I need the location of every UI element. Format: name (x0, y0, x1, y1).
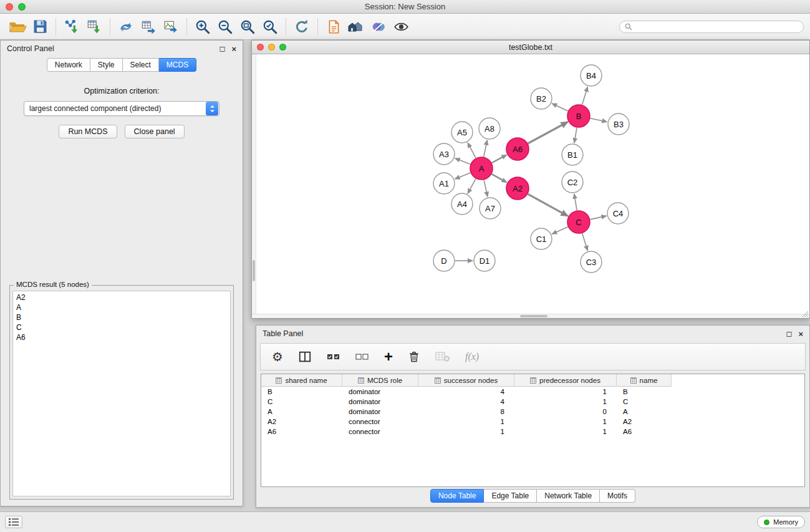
graph-node-A[interactable]: A (470, 157, 493, 180)
table-row[interactable]: A6connector11A6 (261, 427, 804, 437)
graph-node-D1[interactable]: D1 (474, 250, 495, 271)
mcds-result-item[interactable]: A6 (13, 332, 230, 342)
edge-A2-C[interactable] (528, 194, 568, 216)
graph-node-B4[interactable]: B4 (581, 65, 602, 86)
column-header-successor-nodes[interactable]: successor nodes (418, 374, 514, 387)
run-mcds-button[interactable]: Run MCDS (59, 125, 117, 138)
tab-style[interactable]: Style (90, 58, 123, 72)
mcds-result-item[interactable]: B (13, 312, 230, 322)
graph-node-C1[interactable]: C1 (531, 228, 552, 249)
table-row[interactable]: Bdominator41B (261, 387, 804, 397)
export-image-button[interactable] (160, 16, 182, 37)
open-session-button[interactable] (6, 16, 29, 37)
memory-button[interactable]: Memory (757, 516, 805, 528)
scrollbar-thumb[interactable] (253, 260, 255, 281)
delete-column-button[interactable] (408, 350, 420, 364)
network-document-button[interactable] (322, 16, 345, 37)
zoom-fit-button[interactable] (236, 16, 259, 37)
graph-node-A6[interactable]: A6 (506, 138, 529, 160)
table-tab-node-table[interactable]: Node Table (430, 489, 485, 503)
edge-C-C1[interactable] (552, 227, 567, 234)
mcds-result-list[interactable]: A2ABCA6 (12, 291, 231, 496)
scrollbar-thumb[interactable] (520, 315, 547, 317)
close-panel-icon[interactable]: × (231, 45, 236, 53)
edge-A-A4[interactable] (468, 179, 476, 194)
mcds-result-item[interactable]: C (13, 322, 230, 332)
zoom-selected-button[interactable] (259, 16, 281, 37)
table-row[interactable]: Cdominator41C (261, 397, 804, 407)
column-header-name[interactable]: name (617, 374, 672, 387)
edge-B-B3[interactable] (591, 118, 607, 122)
edge-A-A6[interactable] (492, 155, 507, 163)
close-panel-icon[interactable]: × (798, 330, 803, 338)
network-vertical-scrollbar[interactable] (252, 54, 256, 318)
edge-A-A3[interactable] (455, 158, 471, 164)
home-button[interactable] (345, 16, 367, 37)
graph-node-B2[interactable]: B2 (531, 88, 552, 109)
table-tab-motifs[interactable]: Motifs (600, 489, 635, 503)
float-panel-icon[interactable]: ◻ (219, 45, 225, 52)
column-header-MCDS-role[interactable]: MCDS role (342, 374, 418, 387)
add-column-button[interactable]: + (384, 351, 393, 363)
graph-node-A1[interactable]: A1 (433, 173, 455, 194)
edge-B-B2[interactable] (552, 104, 568, 111)
edge-A6-B[interactable] (528, 122, 568, 144)
tab-mcds[interactable]: MCDS (159, 58, 196, 72)
graph-node-C3[interactable]: C3 (581, 251, 602, 273)
graph-node-A7[interactable]: A7 (480, 198, 501, 219)
refresh-button[interactable] (291, 16, 313, 37)
panel-list-button[interactable] (5, 516, 22, 528)
edge-A-A2[interactable] (492, 174, 507, 182)
network-zoom-button[interactable] (279, 44, 286, 51)
toolbar-search[interactable] (619, 21, 804, 33)
close-panel-button[interactable]: Close panel (125, 125, 185, 138)
mcds-result-item[interactable]: A2 (13, 293, 230, 302)
graph-node-B1[interactable]: B1 (562, 144, 583, 165)
table-tab-network-table[interactable]: Network Table (537, 489, 600, 503)
save-session-button[interactable] (29, 16, 51, 37)
delete-table-button[interactable] (435, 351, 450, 362)
float-panel-icon[interactable]: ◻ (786, 330, 792, 337)
table-tab-edge-table[interactable]: Edge Table (484, 489, 537, 503)
tab-network[interactable]: Network (47, 58, 90, 72)
deselect-all-button[interactable] (355, 352, 369, 361)
select-all-button[interactable] (327, 352, 340, 361)
criterion-dropdown[interactable]: largest connected component (directed) (24, 101, 219, 116)
zoom-in-button[interactable] (191, 16, 214, 37)
graph-node-C4[interactable]: C4 (607, 203, 629, 224)
mcds-result-item[interactable]: A (13, 302, 230, 312)
edge-C-C2[interactable] (574, 194, 577, 210)
graph-node-B[interactable]: B (567, 105, 590, 127)
graph-node-B3[interactable]: B3 (608, 114, 629, 135)
tab-select[interactable]: Select (123, 58, 159, 72)
table-row[interactable]: Adominator80A (261, 407, 804, 417)
graph-node-A8[interactable]: A8 (479, 118, 500, 139)
column-header-shared-name[interactable]: shared name (261, 374, 342, 387)
edge-C-C3[interactable] (582, 233, 588, 251)
apply-style-button[interactable] (367, 16, 390, 37)
network-canvas[interactable]: B4B2BB3A8A5A6A3B1AA1C2A2A4A7C4CC1C3DD1 (252, 54, 809, 318)
zoom-out-button[interactable] (214, 16, 236, 37)
edge-A-A8[interactable] (484, 140, 487, 157)
show-hide-button[interactable] (390, 16, 412, 37)
function-builder-button[interactable]: f(x) (465, 351, 479, 362)
show-columns-button[interactable] (298, 350, 312, 364)
zoom-window-button[interactable] (18, 3, 26, 11)
edge-A-A7[interactable] (484, 180, 488, 197)
close-window-button[interactable] (6, 3, 13, 11)
edge-B-B1[interactable] (574, 128, 577, 143)
graph-node-A5[interactable]: A5 (451, 122, 473, 143)
graph-node-D[interactable]: D (433, 250, 455, 271)
edge-A-A1[interactable] (455, 173, 471, 179)
resize-grip[interactable] (801, 310, 809, 317)
table-settings-button[interactable]: ⚙ (272, 349, 283, 364)
network-horizontal-scrollbar[interactable] (252, 314, 809, 318)
edge-B-B4[interactable] (582, 87, 588, 105)
graph-node-A4[interactable]: A4 (451, 193, 473, 215)
graph-node-C2[interactable]: C2 (562, 172, 583, 193)
search-input[interactable] (635, 22, 798, 31)
graph-node-A3[interactable]: A3 (433, 143, 455, 165)
export-network-button[interactable] (115, 16, 137, 37)
import-network-button[interactable] (60, 16, 83, 37)
edge-C-C4[interactable] (591, 216, 607, 220)
